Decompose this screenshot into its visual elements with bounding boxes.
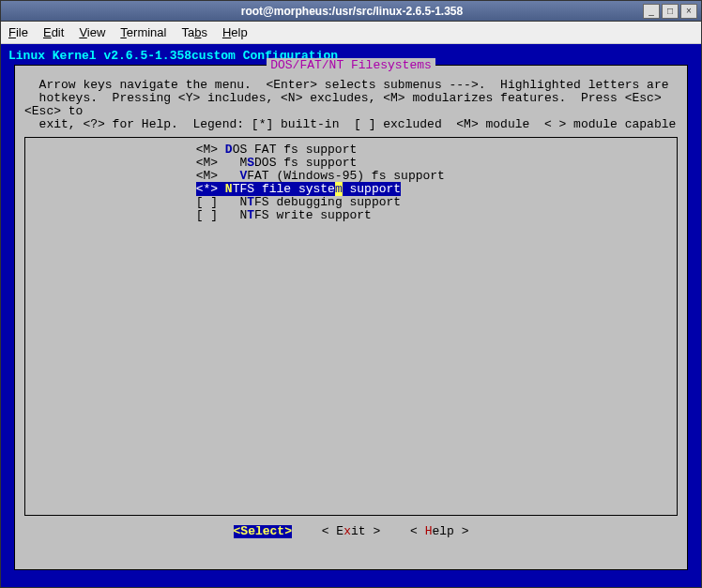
menu-terminal[interactable]: Terminal	[120, 25, 166, 39]
option-row-5[interactable]: [ ] NTFS write support	[35, 209, 667, 222]
window-title: root@morpheus:/usr/src/linux-2.6.5-1.358	[61, 5, 643, 18]
exit-button[interactable]: < Exit >	[322, 525, 380, 538]
menu-view[interactable]: View	[79, 25, 105, 39]
menuconfig-dialog: DOS/FAT/NT Filesystems Arrow keys naviga…	[14, 65, 688, 570]
menu-file[interactable]: File	[8, 25, 28, 39]
option-row-4[interactable]: [ ] NTFS debugging support	[35, 196, 667, 209]
select-button[interactable]: <Select>	[234, 525, 292, 538]
option-row-0[interactable]: <M> DOS FAT fs support	[35, 143, 667, 157]
close-button[interactable]: ×	[680, 4, 697, 19]
maximize-button[interactable]: □	[662, 4, 679, 19]
terminal-area[interactable]: Linux Kernel v2.6.5-1.358custom Configur…	[1, 44, 701, 587]
option-row-2[interactable]: <M> VFAT (Windows-95) fs support	[35, 170, 667, 183]
menubar: File Edit View Terminal Tabs Help	[1, 22, 701, 44]
menu-edit[interactable]: Edit	[43, 25, 64, 39]
options-list[interactable]: <M> DOS FAT fs support <M> MSDOS fs supp…	[24, 137, 678, 516]
dialog-help-text: Arrow keys navigate the menu. <Enter> se…	[15, 79, 687, 131]
menu-tabs[interactable]: Tabs	[181, 25, 206, 39]
button-row: <Select> < Exit > < Help >	[15, 521, 687, 542]
application-window: root@morpheus:/usr/src/linux-2.6.5-1.358…	[0, 0, 702, 588]
minimize-button[interactable]: _	[643, 4, 660, 19]
option-row-1[interactable]: <M> MSDOS fs support	[35, 157, 667, 170]
option-row-3[interactable]: <*> NTFS file system support	[35, 183, 401, 196]
dialog-title: DOS/FAT/NT Filesystems	[267, 58, 435, 72]
titlebar[interactable]: root@morpheus:/usr/src/linux-2.6.5-1.358…	[1, 1, 701, 22]
menu-help[interactable]: Help	[222, 25, 248, 39]
help-button[interactable]: < Help >	[410, 525, 468, 538]
